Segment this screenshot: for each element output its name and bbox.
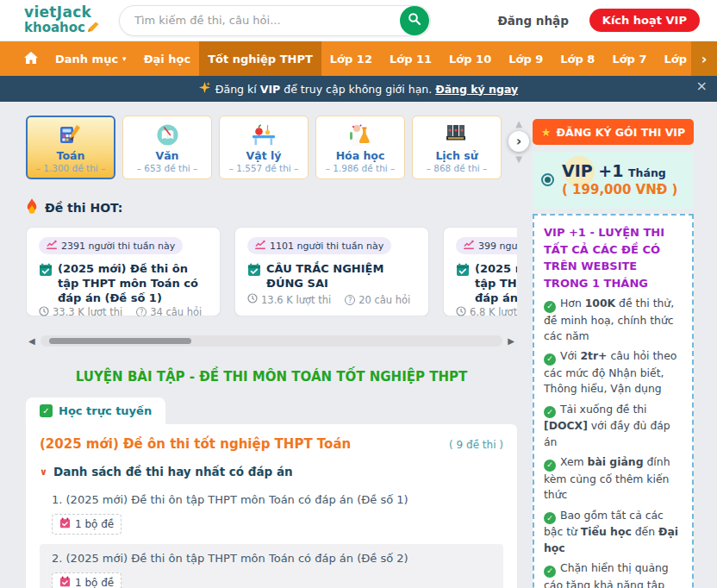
- benefit-item: ✓Tải xuống đề thi [DOCX] với đầy đủ đáp …: [544, 402, 683, 450]
- nav-home[interactable]: [16, 41, 47, 76]
- nav-item-lop-11[interactable]: Lớp 11: [381, 41, 440, 76]
- scrollbar-track[interactable]: [41, 335, 503, 347]
- nav-item-lop-9[interactable]: Lớp 9: [500, 41, 552, 76]
- register-vip-button[interactable]: ★ ĐĂNG KÝ GÓI THI VIP: [533, 119, 694, 145]
- subject-card-van[interactable]: Văn – 653 đề thi –: [122, 116, 212, 179]
- vip-offer-panel: VIP +1 - LUYỆN THI TẤT CẢ CÁC ĐỀ CÓ TRÊN…: [533, 214, 694, 588]
- plan-unit: Tháng: [628, 166, 666, 179]
- exam-list-item-2[interactable]: 2. (2025 mới) Đề thi ôn tập THPT môn Toá…: [40, 544, 503, 588]
- tab-hoc-truc-tuyen[interactable]: ✓ Học trực tuyến: [26, 397, 165, 424]
- hot-card-1[interactable]: 2391 người thi tuần này (2025 mới) Đề th…: [26, 227, 221, 316]
- nav-item-dai-hoc[interactable]: Đại học: [135, 41, 200, 76]
- section-heading: LUYỆN BÀI TẬP - ĐỀ THI MÔN TOÁN TỐT NGHI…: [26, 369, 517, 385]
- check-circle-icon: ✓: [544, 353, 556, 366]
- star-icon: ★: [541, 126, 552, 139]
- attempts-count: 33.3 K lượt thi: [53, 306, 122, 316]
- question-icon: ?: [136, 307, 147, 316]
- subject-carousel: Toán – 1.300 đề thi – Văn – 653 đề thi –…: [26, 116, 517, 179]
- hot-section-title: Đề thi HOT:: [45, 201, 122, 215]
- scroll-up-icon[interactable]: ▲: [515, 119, 522, 128]
- chemistry-icon: [316, 122, 404, 147]
- calendar-check-icon: [456, 263, 470, 281]
- home-icon: [24, 52, 38, 66]
- math-icon: [28, 122, 114, 147]
- exam-set-badge: 1 bộ đề: [52, 514, 122, 535]
- attempts-count: 13.6 K lượt thi: [261, 294, 331, 306]
- nav-item-lop-10[interactable]: Lớp 10: [440, 41, 500, 76]
- exam-list-item-1[interactable]: 1. (2025 mới) Đề thi ôn tập THPT môn Toá…: [40, 485, 503, 544]
- vip-plan-option[interactable]: VIP +1 Tháng ( 199,000 VNĐ ): [533, 152, 694, 209]
- benefit-item: ✓Với 2tr+ câu hỏi theo các mức độ Nhận b…: [544, 348, 683, 397]
- exam-list-panel: (2025 mới) Đề ôn thi tốt nghiệp THPT Toá…: [26, 424, 517, 588]
- sparkle-icon: [199, 82, 210, 96]
- plan-price: ( 199,000 VNĐ ): [562, 182, 677, 197]
- chart-up-icon: [47, 240, 57, 252]
- clock-icon: [456, 306, 466, 316]
- nav-item-lop-8[interactable]: Lớp 8: [552, 41, 603, 76]
- check-circle-icon: ✓: [544, 406, 556, 418]
- vip-promo-banner: Đăng kí VIP để truy cập không giới hạn. …: [0, 76, 717, 102]
- nav-item-tot-nghiep-thpt[interactable]: Tốt nghiệp THPT: [199, 41, 321, 76]
- hot-cards-scrollbar: ◀ ▶: [26, 334, 517, 347]
- chevron-down-icon: ▾: [122, 54, 127, 63]
- hot-card-badge: 1101 người thi tuần này: [270, 241, 383, 252]
- offer-title: VIP +1 - LUYỆN THI TẤT CẢ CÁC ĐỀ CÓ TRÊN…: [544, 224, 683, 291]
- scrollbar-thumb[interactable]: [49, 338, 191, 344]
- panel-title: (2025 mới) Đề ôn thi tốt nghiệp THPT Toá…: [40, 436, 351, 452]
- nav-item-danh-muc[interactable]: Danh mục▾: [47, 41, 135, 76]
- chart-up-icon: [255, 240, 265, 252]
- exam-count: ( 9 đề thi ): [449, 439, 503, 451]
- calendar-pink-icon: [59, 517, 71, 531]
- hot-card-3[interactable]: 399 người thi tuần này (2025 mới) Đề thi…: [443, 227, 517, 316]
- close-icon[interactable]: ×: [696, 78, 708, 94]
- calendar-check-icon: [247, 263, 261, 281]
- main-nav: Danh mục▾ Đại học Tốt nghiệp THPT Lớp 12…: [0, 41, 717, 76]
- clock-icon: [247, 293, 258, 306]
- check-circle-icon: ✓: [544, 301, 556, 313]
- scroll-down-icon[interactable]: ▼: [515, 154, 522, 164]
- scroll-left-icon[interactable]: ◀: [26, 336, 38, 346]
- list-header-toggle[interactable]: ∨ Danh sách đề thi hay nhất có đáp án: [40, 465, 503, 479]
- nav-item-lop-12[interactable]: Lớp 12: [321, 41, 381, 76]
- nav-item-lop-7[interactable]: Lớp 7: [603, 41, 655, 76]
- attempts-count: 6.8 K lượt thi: [470, 306, 517, 316]
- benefit-item: ✓Bao gồm tất cả các bậc từ Tiểu học đến …: [544, 508, 683, 556]
- clock-icon: [39, 306, 49, 316]
- hot-card-badge: 399 người thi tuần này: [478, 241, 517, 252]
- check-circle-icon: ✓: [544, 460, 556, 472]
- hot-card-title: (2025 mới) Đề thi ôn tập THPT môn Toán c…: [58, 262, 208, 306]
- search-input[interactable]: [120, 14, 400, 27]
- banner-text: Đăng kí: [215, 83, 260, 96]
- search-button[interactable]: [400, 6, 429, 35]
- checkbox-check-icon: ✓: [40, 404, 53, 417]
- check-circle-icon: ✓: [544, 566, 556, 578]
- vietjack-logo[interactable]: vietJack khoahoc: [24, 5, 100, 35]
- calendar-check-icon: [39, 263, 53, 281]
- subject-card-toan[interactable]: Toán – 1.300 đề thi –: [26, 116, 115, 179]
- nav-scroll-right-button[interactable]: ›: [691, 41, 717, 76]
- logo-line1: vietJack: [24, 5, 100, 20]
- benefit-item: ✓Hơn 100K đề thi thử, đề minh hoạ, chính…: [544, 296, 683, 344]
- search-bar: [119, 5, 431, 36]
- literature-icon: [123, 122, 211, 147]
- banner-register-link[interactable]: Đăng ký ngay: [435, 83, 518, 96]
- login-link[interactable]: Đăng nhập: [497, 14, 568, 28]
- plan-radio[interactable]: [541, 173, 554, 186]
- scroll-right-icon[interactable]: ▶: [505, 336, 517, 346]
- plan-name: VIP +1: [562, 161, 623, 180]
- header: vietJack khoahoc Đăng nhập Kích hoạt VIP: [0, 0, 717, 41]
- hot-cards-row: 2391 người thi tuần này (2025 mới) Đề th…: [26, 227, 517, 316]
- exam-set-badge: 1 bộ đề: [52, 572, 122, 588]
- hot-card-title: CÂU TRẮC NGHIỆM ĐÚNG SAI: [266, 262, 416, 291]
- activate-vip-button[interactable]: Kích hoạt VIP: [589, 9, 700, 32]
- logo-line2: khoahoc: [24, 22, 85, 34]
- hot-card-title: (2025 mới) Đề thi ôn tập THPT môn Toán c…: [475, 262, 517, 306]
- vip-sidebar: ★ ĐĂNG KÝ GÓI THI VIP VIP +1 Tháng ( 199…: [533, 112, 694, 588]
- subject-card-hoa-hoc[interactable]: Hóa học – 1.986 đề thi –: [315, 116, 405, 179]
- carousel-next-button[interactable]: ›: [508, 131, 529, 152]
- search-icon: [408, 12, 421, 28]
- flame-icon: [26, 198, 38, 217]
- subject-card-lich-su[interactable]: Lịch sử – 868 đề thi –: [412, 116, 502, 179]
- subject-card-vat-ly[interactable]: Vật lý – 1.557 đề thi –: [219, 116, 309, 179]
- hot-card-2[interactable]: 1101 người thi tuần này CÂU TRẮC NGHIỆM …: [234, 227, 429, 316]
